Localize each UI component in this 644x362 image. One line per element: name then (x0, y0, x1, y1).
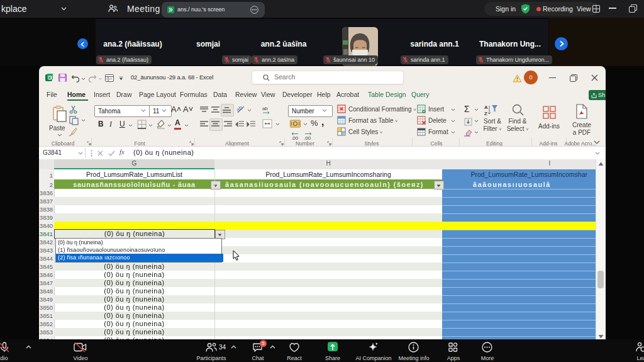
svg-text:A: A (484, 105, 488, 110)
svg-text:ab: ab (262, 106, 268, 111)
svg-text:ab: ab (236, 105, 244, 113)
svg-text:.00: .00 (291, 135, 299, 140)
svg-text:Z: Z (484, 111, 487, 116)
svg-text:.00: .00 (304, 135, 311, 140)
